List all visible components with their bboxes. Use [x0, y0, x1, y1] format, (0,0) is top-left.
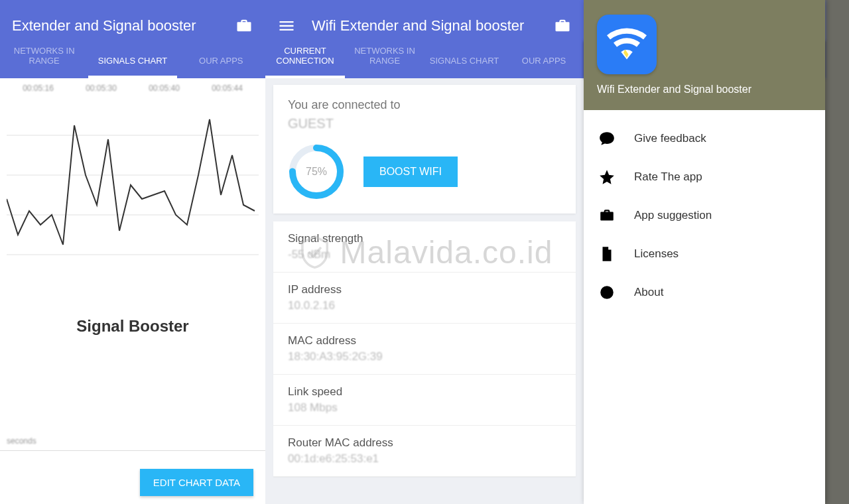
chart-area: 00:05:16 00:05:30 00:05:40 00:05:44 Sign… — [0, 78, 265, 504]
tab-our-apps[interactable]: OUR APPS — [177, 50, 265, 78]
detail-value: 10.0.2.16 — [288, 299, 561, 312]
detail-key: IP address — [288, 283, 561, 296]
drawer-menu: Give feedback Rate The app App suggestio… — [584, 110, 825, 321]
menu-rate-app[interactable]: Rate The app — [584, 158, 825, 196]
menu-label: App suggestion — [634, 209, 712, 222]
appbar: Extender and Signal booster — [0, 0, 265, 41]
edit-chart-data-button[interactable]: EDIT CHART DATA — [140, 469, 253, 496]
detail-row: IP address 10.0.2.16 — [273, 273, 576, 324]
svg-point-6 — [600, 286, 614, 299]
detail-value: -55 dBm — [288, 248, 561, 261]
detail-key: Signal strength — [288, 232, 561, 245]
chart-time-axis: 00:05:16 00:05:30 00:05:40 00:05:44 — [7, 78, 259, 95]
screen-signals-chart: Extender and Signal booster NETWORKS IN … — [0, 0, 265, 504]
app-logo-wifi-icon — [597, 15, 657, 74]
menu-about[interactable]: About — [584, 273, 825, 312]
boost-wifi-button[interactable]: BOOST WIFI — [363, 157, 458, 187]
speech-bubble-icon — [598, 130, 616, 147]
circle-icon — [598, 284, 616, 301]
time-tick: 00:05:16 — [23, 84, 54, 93]
tab-signals-chart[interactable]: SIGNALS CHART — [88, 50, 176, 78]
menu-label: Give feedback — [634, 132, 706, 145]
tab-current-connection[interactable]: CURRENT CONNECTION — [265, 40, 345, 78]
briefcase-icon[interactable] — [235, 17, 253, 35]
menu-licenses[interactable]: Licenses — [584, 235, 825, 273]
tabs: CURRENT CONNECTION NETWORKS IN RANGE SIG… — [265, 41, 584, 78]
screen-drawer: ooster Wifi Extender and Signal booster … — [584, 0, 849, 504]
detail-value: 18:30:A3:95:2G:39 — [288, 350, 561, 363]
menu-label: Rate The app — [634, 170, 702, 184]
app-title: Wifi Extender and Signal booster — [312, 17, 553, 34]
drawer-header: Wifi Extender and Signal booster — [584, 0, 825, 110]
chart-title: Signal Booster — [7, 317, 259, 336]
time-tick: 00:05:40 — [149, 84, 180, 93]
detail-key: MAC address — [288, 334, 561, 347]
briefcase-icon[interactable] — [553, 17, 572, 35]
time-tick: 00:05:30 — [86, 84, 117, 93]
tab-networks[interactable]: NETWORKS IN RANGE — [0, 40, 88, 78]
tabs: NETWORKS IN RANGE SIGNALS CHART OUR APPS — [0, 41, 265, 78]
connected-label: You are connected to — [288, 98, 561, 112]
appbar: Wifi Extender and Signal booster — [265, 0, 584, 41]
ssid-value: GUEST — [288, 116, 561, 131]
file-icon — [598, 245, 616, 263]
drawer-title: Wifi Extender and Signal booster — [597, 84, 812, 95]
detail-row: MAC address 18:30:A3:95:2G:39 — [273, 324, 576, 375]
menu-icon[interactable] — [277, 17, 296, 35]
menu-app-suggestion[interactable]: App suggestion — [584, 196, 825, 235]
detail-value: 00:1d:e6:25:53:e1 — [288, 452, 561, 466]
menu-label: Licenses — [634, 247, 679, 261]
menu-give-feedback[interactable]: Give feedback — [584, 119, 825, 158]
tab-our-apps[interactable]: OUR APPS — [504, 50, 584, 78]
content-body: You are connected to GUEST 75% BOOST WIF… — [265, 78, 584, 504]
detail-row: Router MAC address 00:1d:e6:25:53:e1 — [273, 426, 576, 477]
time-tick: 00:05:44 — [212, 84, 243, 93]
star-icon — [598, 168, 616, 186]
gauge-percent: 75% — [288, 143, 345, 200]
tab-networks[interactable]: NETWORKS IN RANGE — [345, 40, 424, 78]
screen-current-connection: Wifi Extender and Signal booster CURRENT… — [265, 0, 584, 504]
detail-key: Link speed — [288, 385, 561, 399]
tab-signals-chart[interactable]: SIGNALS CHART — [424, 50, 504, 78]
app-title: Extender and Signal booster — [12, 17, 235, 34]
menu-label: About — [634, 286, 663, 299]
detail-key: Router MAC address — [288, 436, 561, 450]
axis-hint: seconds — [7, 436, 36, 446]
detail-value: 108 Mbps — [288, 401, 561, 414]
detail-row: Link speed 108 Mbps — [273, 375, 576, 426]
detail-row: Signal strength -55 dBm — [273, 221, 576, 273]
signal-line-chart — [7, 95, 259, 294]
navigation-drawer: Wifi Extender and Signal booster Give fe… — [584, 0, 825, 504]
briefcase-icon — [598, 207, 616, 224]
connection-card: You are connected to GUEST 75% BOOST WIF… — [273, 85, 576, 214]
signal-gauge: 75% — [288, 143, 345, 200]
